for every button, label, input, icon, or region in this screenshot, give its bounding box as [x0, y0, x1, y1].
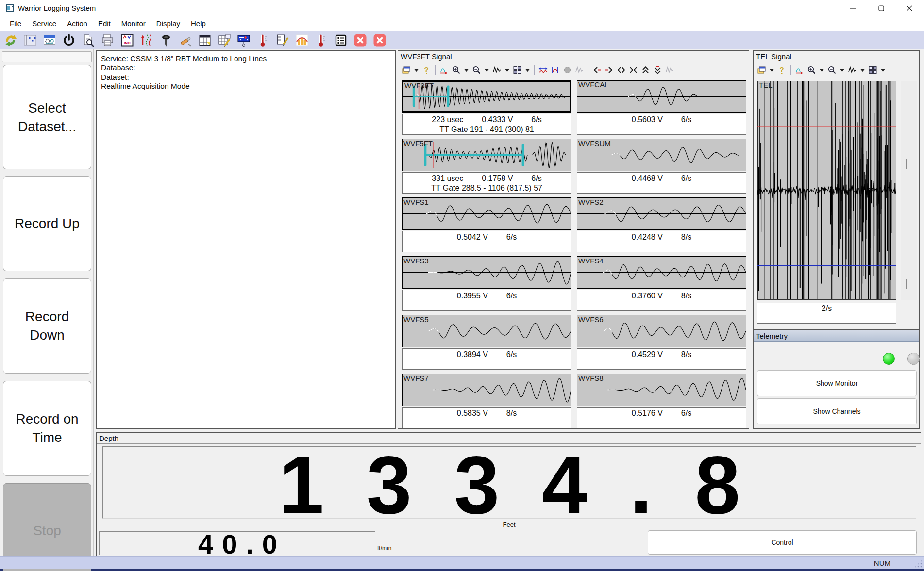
waveform-icon[interactable]	[848, 65, 857, 75]
caliper-icon[interactable]	[178, 33, 192, 47]
waveform-disabled-icon[interactable]	[575, 65, 584, 75]
help-icon[interactable]: ?	[777, 65, 787, 75]
waveform-display-wvf5ft[interactable]: WVF5FT	[402, 139, 571, 171]
waveform-name-label: WVFSUM	[578, 139, 611, 147]
waveform-display-wvfs1[interactable]: WVFS1	[402, 197, 571, 230]
dropdown-caret-icon[interactable]	[769, 65, 774, 75]
record-down-button[interactable]: Record Down	[3, 278, 91, 374]
power-icon[interactable]	[62, 33, 76, 47]
refresh-icon[interactable]	[3, 33, 17, 47]
window-icon[interactable]	[402, 65, 411, 75]
svg-text:IND: IND	[124, 41, 131, 45]
waveform-display-wvfs7[interactable]: WVFS7	[402, 374, 571, 406]
zoom-out-icon[interactable]	[472, 65, 481, 75]
tel-scrollbar[interactable]	[901, 81, 917, 300]
waveform-display-wvfs6[interactable]: WVFS6	[577, 315, 746, 347]
zoom-in-icon[interactable]	[807, 65, 816, 75]
menu-display[interactable]: Display	[151, 17, 185, 30]
window-config-icon[interactable]	[42, 33, 56, 47]
menu-file[interactable]: File	[4, 17, 27, 30]
waveform-icon[interactable]	[492, 65, 502, 75]
table-edit-icon[interactable]	[217, 33, 231, 47]
waveform-display-wvfs4[interactable]: WVFS4	[577, 256, 746, 289]
tile-layout-icon[interactable]	[868, 65, 877, 75]
maximize-button[interactable]	[867, 0, 895, 16]
expand-horizontal-icon[interactable]	[617, 65, 626, 75]
window-icon[interactable]	[757, 65, 766, 75]
waveform-display-wvfs2[interactable]: WVFS2	[577, 197, 746, 230]
close-window-icon-2[interactable]	[372, 33, 386, 47]
show-channels-button[interactable]: Show Channels	[757, 398, 917, 424]
tile-layout-icon[interactable]	[513, 65, 522, 75]
waveform-display-wvfcal[interactable]: WVFCAL	[577, 80, 746, 113]
chevron-up-icon[interactable]	[641, 65, 650, 75]
dropdown-caret-icon[interactable]	[819, 65, 824, 75]
dropdown-caret-icon[interactable]	[840, 65, 845, 75]
waveform-display-wvfs3[interactable]: WVFS3	[402, 256, 571, 289]
arrow-right-icon[interactable]	[605, 65, 614, 75]
dropdown-caret-icon[interactable]	[880, 65, 886, 75]
waveform-display-wvf3ft[interactable]: WVF3FT	[402, 80, 571, 113]
menu-action[interactable]: Action	[62, 17, 93, 30]
waveform-grid: WVF3FT223 usec0.4333 V6/sTT Gate 191 - 4…	[402, 80, 747, 432]
menu-edit[interactable]: Edit	[93, 17, 116, 30]
dropdown-caret-icon[interactable]	[860, 65, 865, 75]
depth-curves-icon[interactable]	[139, 33, 153, 47]
menu-bar: FileServiceActionEditMonitorDisplayHelp	[0, 16, 924, 31]
gate-move-icon[interactable]	[538, 65, 548, 75]
plot-banner-icon[interactable]	[236, 33, 251, 47]
close-window-icon[interactable]	[353, 33, 367, 47]
collapse-horizontal-icon[interactable]	[629, 65, 638, 75]
help-icon[interactable]: ?	[422, 65, 431, 75]
chevron-down-icon[interactable]	[653, 65, 662, 75]
thermometer-icon[interactable]	[256, 33, 270, 47]
waveform-name-label: WVFS8	[578, 374, 604, 382]
close-button[interactable]	[895, 0, 924, 16]
show-monitor-button[interactable]: Show Monitor	[757, 370, 917, 396]
dropdown-caret-icon[interactable]	[414, 65, 419, 75]
menu-help[interactable]: Help	[185, 17, 211, 30]
document-edit-icon[interactable]	[275, 33, 289, 47]
dropdown-caret-icon[interactable]	[525, 65, 530, 75]
select-dataset-button[interactable]: Select Dataset...	[3, 65, 91, 169]
tel-scroll-tick-lower[interactable]	[906, 279, 907, 289]
tt-gate-value: TT Gate 191 - 491 (300) 81	[439, 125, 534, 134]
waveform-disabled-icon-2[interactable]	[665, 65, 674, 75]
axis-scale-icon[interactable]	[439, 65, 449, 75]
menu-service[interactable]: Service	[27, 17, 62, 30]
menu-monitor[interactable]: Monitor	[116, 17, 151, 30]
rate-value: 6/s	[681, 115, 691, 125]
zoom-in-icon[interactable]	[452, 65, 461, 75]
tel-scroll-tick-upper[interactable]	[906, 159, 907, 169]
record-up-button[interactable]: Record Up	[3, 176, 91, 271]
probe-icon[interactable]	[159, 33, 173, 47]
thermometer-icon-2[interactable]	[314, 33, 328, 47]
record-dot-icon[interactable]	[563, 65, 572, 75]
indicator-panel-icon[interactable]: IND	[120, 33, 134, 47]
record-on-time-button[interactable]: Record on Time	[3, 381, 91, 476]
telemetry-secondary-led	[907, 353, 920, 365]
document-search-icon[interactable]	[81, 33, 95, 47]
tel-signal-display[interactable]: TEL	[757, 81, 896, 300]
waveform-display-wvfs8[interactable]: WVFS8	[577, 374, 746, 406]
waveform-values-wvf5ft: 331 usec0.1758 V6/sTT Gate 288.5 - 1106 …	[402, 172, 571, 194]
histogram-icon[interactable]	[295, 33, 309, 47]
dropdown-caret-icon[interactable]	[484, 65, 489, 75]
zoom-out-icon[interactable]	[827, 65, 837, 75]
dropdown-caret-icon[interactable]	[464, 65, 469, 75]
event-list-icon[interactable]	[334, 33, 348, 47]
gate-fit-icon[interactable]	[551, 65, 560, 75]
minimize-button[interactable]	[839, 0, 867, 16]
volts-value: 0.3760 V	[632, 291, 663, 301]
dropdown-caret-icon[interactable]	[504, 65, 510, 75]
arrow-left-icon[interactable]	[592, 65, 602, 75]
depth-control-button[interactable]: Control	[648, 530, 917, 555]
axis-scale-icon[interactable]	[795, 65, 804, 75]
waveform-display-wvfs5[interactable]: WVFS5	[402, 315, 571, 347]
table-icon[interactable]	[198, 33, 212, 47]
waveform-display-wvfsum[interactable]: WVFSUM	[577, 139, 746, 171]
wvf-signal-panel: WVF3FT Signal ? WVF3FT223 usec0.4333 V6/…	[398, 50, 749, 429]
layout-icon[interactable]	[23, 33, 37, 47]
print-icon[interactable]	[101, 33, 115, 47]
resize-grip[interactable]	[914, 559, 923, 568]
